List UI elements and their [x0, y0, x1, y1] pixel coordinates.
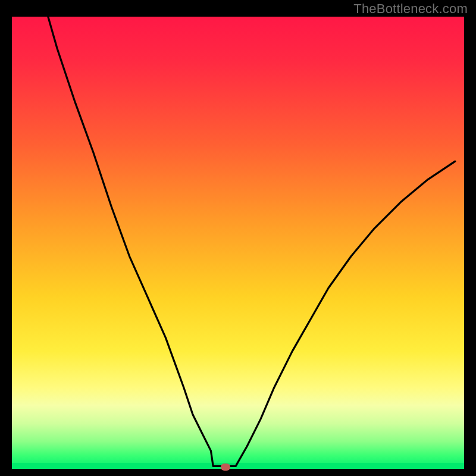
plot-area: [12, 17, 464, 469]
bottleneck-curve: [12, 17, 464, 469]
watermark-text: TheBottleneck.com: [353, 1, 468, 17]
optimum-marker: [221, 464, 230, 471]
chart-frame: TheBottleneck.com: [0, 0, 476, 476]
